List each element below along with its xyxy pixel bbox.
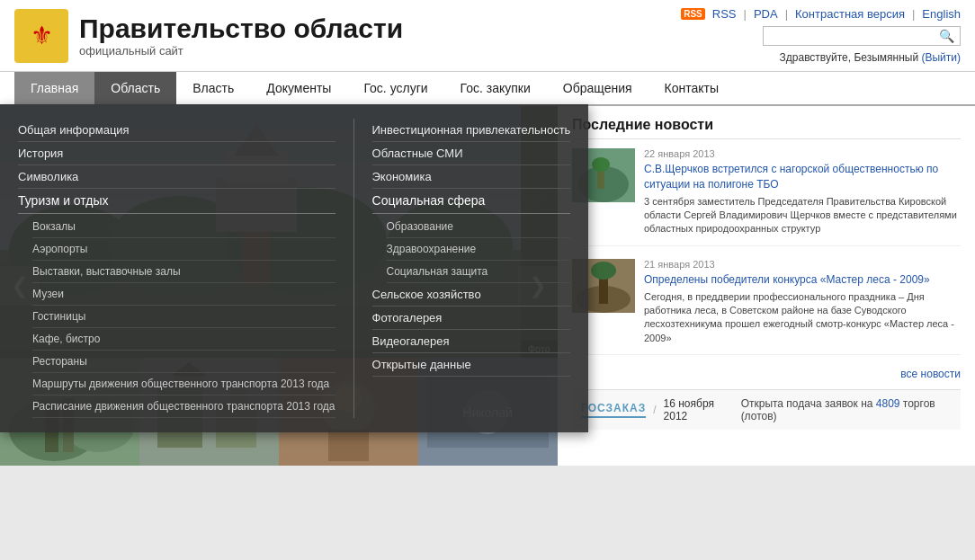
news-item-1: 22 января 2013 С.В.Щерчков встретился с …: [572, 148, 961, 246]
english-link[interactable]: English: [922, 7, 961, 21]
news-date-1: 22 января 2013: [644, 148, 961, 159]
dropdown-marshruty[interactable]: Маршруты движения общественного транспор…: [32, 373, 335, 396]
dropdown-socsfere-header: Социальная сфера: [372, 189, 571, 214]
dropdown-obrazovanie[interactable]: Образование: [387, 216, 571, 238]
dropdown-selskoe[interactable]: Сельское хозяйство: [372, 283, 571, 307]
svg-rect-25: [328, 430, 369, 461]
goszakaz-count-link[interactable]: 4809: [876, 397, 900, 410]
site-subtitle: официальный сайт: [79, 44, 403, 58]
goszakaz-label: ГОСЗАКАЗ: [581, 402, 646, 418]
header-links: RSS RSS | PDA | Контрастная версия | Eng…: [681, 7, 961, 21]
news-section-title: Последние новости: [572, 117, 961, 139]
dropdown-simvolika[interactable]: Символика: [18, 165, 335, 189]
nav-docs[interactable]: Документы: [250, 72, 347, 104]
dropdown-vokzaly[interactable]: Вокзалы: [32, 216, 335, 238]
dropdown-smi[interactable]: Областные СМИ: [372, 142, 571, 165]
news-text-2: 21 января 2013 Определены победители кон…: [644, 259, 961, 345]
dropdown-kafe[interactable]: Кафе, бистро: [32, 328, 335, 351]
dropdown-col-2: Инвестиционная привлекательность Областн…: [353, 119, 589, 418]
dropdown-muzei[interactable]: Музеи: [32, 283, 335, 306]
dropdown-restorany[interactable]: Рестораны: [32, 351, 335, 373]
dropdown-sub-soc: Образование Здравоохранение Социальная з…: [372, 216, 571, 283]
header: ⚜ Правительство области официальный сайт…: [0, 0, 975, 72]
goszakaz-text: Открыта подача заявок на 4809 торгов (ло…: [741, 397, 952, 422]
news-item-2: 21 января 2013 Определены победители кон…: [572, 259, 961, 355]
search-bar: 🔍: [763, 26, 961, 46]
dropdown-obshaya-info[interactable]: Общая информация: [18, 119, 335, 142]
svg-point-34: [592, 157, 610, 172]
goszakaz-strip: ГОСЗАКАЗ / 16 ноября 2012 Открыта подача…: [572, 389, 961, 430]
goszakaz-sep: /: [653, 404, 656, 416]
search-button[interactable]: 🔍: [939, 29, 954, 43]
header-right: RSS RSS | PDA | Контрастная версия | Eng…: [681, 7, 961, 64]
nav-oblast[interactable]: Область: [94, 72, 176, 104]
right-panel: Последние новости 22 января 2013 С.В.Щер…: [558, 106, 975, 466]
dropdown-fotogalereya[interactable]: Фотогалерея: [372, 307, 571, 330]
dropdown-ekonomika[interactable]: Экономика: [372, 165, 571, 189]
svg-text:⚜: ⚜: [31, 22, 53, 49]
all-news-link[interactable]: все новости: [572, 368, 961, 380]
dropdown-menu: Общая информация История Символика Туриз…: [0, 104, 588, 432]
pda-link[interactable]: PDA: [754, 7, 778, 21]
logo-area: ⚜ Правительство области официальный сайт: [14, 9, 403, 63]
site-name: Правительство области: [79, 13, 403, 44]
dropdown-soc-zaschita[interactable]: Социальная защита: [387, 261, 571, 283]
goszakaz-date: 16 ноября 2012: [664, 397, 734, 422]
dropdown-raspisanie[interactable]: Расписание движения общественного трансп…: [32, 396, 335, 418]
rss-icon: RSS: [681, 8, 705, 20]
news-desc-2: Сегодня, в преддверии профессионального …: [644, 290, 961, 346]
dropdown-istoriya[interactable]: История: [18, 142, 335, 165]
nav-goszakupki[interactable]: Гос. закупки: [444, 72, 547, 104]
dropdown-zdravoohranenie[interactable]: Здравоохранение: [387, 238, 571, 261]
dropdown-investicii[interactable]: Инвестиционная привлекательность: [372, 119, 571, 142]
nav-vlast[interactable]: Власть: [176, 72, 250, 104]
site-title: Правительство области официальный сайт: [79, 13, 403, 58]
search-input[interactable]: [769, 30, 939, 43]
news-link-1[interactable]: С.В.Щерчков встретился с нагорской общес…: [644, 163, 938, 191]
dropdown-sub-turizm: Вокзалы Аэропорты Выставки, выставочные …: [18, 216, 335, 418]
dropdown-aeroporty[interactable]: Аэропорты: [32, 238, 335, 261]
nav-obrashcheniya[interactable]: Обращения: [547, 72, 649, 104]
news-text-1: 22 января 2013 С.В.Щерчков встретился с …: [644, 148, 961, 236]
logout-link[interactable]: (Выйти): [921, 51, 961, 64]
nav-kontakty[interactable]: Контакты: [649, 72, 735, 104]
dropdown-otkrytye-dannye[interactable]: Открытые данные: [372, 353, 571, 377]
dropdown-turizm-header: Туризм и отдых: [18, 189, 335, 214]
dropdown-gostinicy[interactable]: Гостиницы: [32, 306, 335, 328]
contrast-link[interactable]: Контрастная версия: [795, 7, 905, 21]
rss-link[interactable]: RSS: [712, 7, 737, 21]
svg-point-38: [591, 262, 616, 280]
dropdown-vystavki[interactable]: Выставки, выставочные залы: [32, 261, 335, 283]
news-date-2: 21 января 2013: [644, 259, 961, 270]
dropdown-col-1: Общая информация История Символика Туриз…: [0, 119, 353, 418]
logo-image: ⚜: [14, 9, 68, 63]
news-desc-1: 3 сентября заместитель Председателя Прав…: [644, 195, 961, 236]
navbar: Главная Область Власть Документы Гос. ус…: [0, 72, 975, 106]
news-link-2[interactable]: Определены победители конкурса «Мастер л…: [644, 273, 930, 286]
nav-gosuslugi[interactable]: Гос. услуги: [347, 72, 443, 104]
greeting-text: Здравствуйте, Безымянный (Выйти): [780, 51, 961, 64]
nav-home[interactable]: Главная: [14, 72, 94, 104]
dropdown-videogalereya[interactable]: Видеогалерея: [372, 330, 571, 353]
